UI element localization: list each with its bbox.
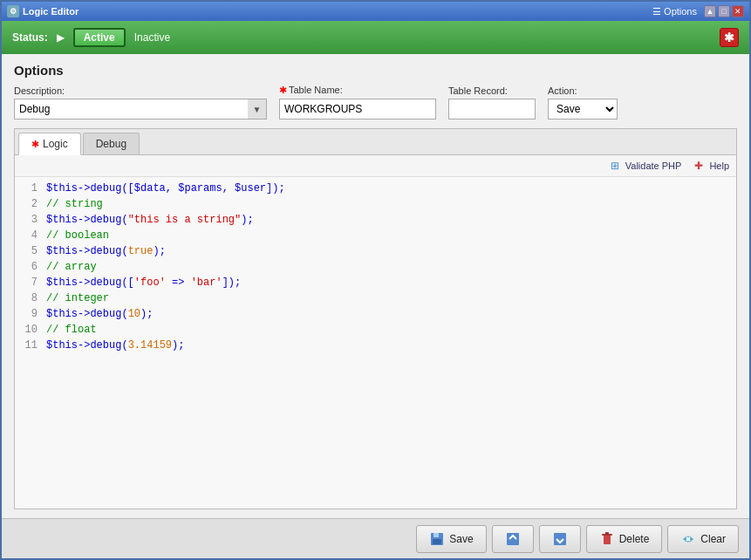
extra-button-1[interactable]: [492, 525, 534, 553]
status-bar-right: ✱: [720, 28, 739, 47]
table-name-group: ✱Table Name:: [279, 85, 436, 120]
clear-label: Clear: [700, 533, 726, 545]
action-label: Action:: [548, 85, 618, 96]
close-button[interactable]: ✕: [732, 5, 744, 17]
table-name-label: ✱Table Name:: [279, 85, 436, 96]
code-line-1: 1 $this->debug([$data, $params, $user]);: [15, 182, 736, 198]
asterisk-button[interactable]: ✱: [720, 28, 739, 47]
title-bar-left: ⚙ Logic Editor: [7, 5, 79, 17]
code-line-10: 10 // float: [15, 324, 736, 339]
help-button[interactable]: ✚ Help: [692, 159, 729, 173]
code-line-5: 5 $this->debug(true);: [15, 245, 736, 261]
code-line-3: 3 $this->debug("this is a string");: [15, 214, 736, 229]
description-input[interactable]: [14, 99, 248, 120]
save-label: Save: [449, 533, 473, 545]
status-label: Status:: [12, 31, 48, 44]
form-row: Description: ▼ ✱Table Name: Table Record…: [14, 85, 737, 120]
code-area[interactable]: 1 $this->debug([$data, $params, $user]);…: [15, 177, 736, 509]
save-button[interactable]: Save: [416, 525, 486, 553]
help-label: Help: [709, 160, 729, 171]
code-line-2: 2 // string: [15, 198, 736, 214]
title-bar: ⚙ Logic Editor ☰ Options ▲ □ ✕: [2, 2, 749, 21]
extra-icon-1: [505, 531, 521, 547]
code-line-4: 4 // boolean: [15, 229, 736, 245]
action-select-wrapper: Save Load Delete: [548, 99, 618, 120]
save-icon: [429, 531, 445, 547]
minimize-button[interactable]: ▲: [704, 5, 716, 17]
svg-rect-2: [433, 539, 441, 544]
svg-rect-5: [604, 535, 611, 544]
description-label: Description:: [14, 85, 267, 96]
main-window: ⚙ Logic Editor ☰ Options ▲ □ ✕ Status: ▶…: [0, 0, 751, 560]
delete-label: Delete: [619, 533, 650, 545]
validate-php-icon: ⊞: [608, 159, 622, 173]
active-button[interactable]: Active: [73, 28, 126, 47]
status-bar: Status: ▶ Active Inactive ✱: [2, 21, 749, 54]
tab-logic[interactable]: ✱ Logic: [18, 133, 81, 155]
required-star: ✱: [279, 85, 287, 95]
table-name-input[interactable]: [279, 99, 436, 120]
table-record-input[interactable]: [448, 99, 536, 120]
title-bar-right: ☰ Options ▲ □ ✕: [652, 5, 744, 17]
action-select[interactable]: Save Load Delete: [548, 99, 618, 120]
validate-php-button[interactable]: ⊞ Validate PHP: [608, 159, 682, 173]
main-content: Options Description: ▼ ✱Table Name: Tabl…: [2, 54, 749, 518]
options-menu[interactable]: ☰ Options: [652, 6, 697, 17]
svg-rect-7: [605, 532, 609, 535]
description-input-wrapper: ▼: [14, 99, 267, 120]
extra-button-2[interactable]: [539, 525, 581, 553]
svg-rect-1: [434, 533, 439, 537]
code-line-9: 9 $this->debug(10);: [15, 308, 736, 324]
clear-icon: [680, 531, 696, 547]
maximize-button[interactable]: □: [718, 5, 730, 17]
tab-debug[interactable]: Debug: [83, 133, 140, 154]
validate-php-label: Validate PHP: [625, 160, 682, 171]
help-icon: ✚: [692, 159, 706, 173]
tab-bar: ✱ Logic Debug: [15, 129, 736, 155]
code-line-6: 6 // array: [15, 261, 736, 277]
status-arrow: ▶: [57, 31, 65, 44]
delete-icon: [599, 531, 615, 547]
clear-button[interactable]: Clear: [667, 525, 739, 553]
options-title: Options: [14, 63, 737, 78]
debug-tab-label: Debug: [96, 138, 126, 150]
window-title: Logic Editor: [23, 6, 79, 17]
table-record-label: Table Record:: [448, 85, 536, 96]
code-toolbar: ⊞ Validate PHP ✚ Help: [15, 155, 736, 177]
tabs-container: ✱ Logic Debug ⊞ Validate PHP ✚ Help: [14, 128, 737, 509]
table-record-group: Table Record:: [448, 85, 536, 120]
code-line-7: 7 $this->debug(['foo' => 'bar']);: [15, 277, 736, 292]
description-group: Description: ▼: [14, 85, 267, 120]
action-group: Action: Save Load Delete: [548, 85, 618, 120]
bottom-bar: Save Delete Clear: [2, 518, 749, 558]
description-picker-button[interactable]: ▼: [248, 99, 267, 120]
code-line-8: 8 // integer: [15, 292, 736, 308]
logic-tab-label: Logic: [43, 138, 68, 150]
window-icon: ⚙: [7, 5, 19, 17]
code-line-11: 11 $this->debug(3.14159);: [15, 339, 736, 355]
logic-tab-star: ✱: [31, 139, 39, 150]
delete-button[interactable]: Delete: [586, 525, 663, 553]
inactive-button[interactable]: Inactive: [134, 31, 170, 44]
extra-icon-2: [552, 531, 568, 547]
window-controls: ▲ □ ✕: [704, 5, 744, 17]
